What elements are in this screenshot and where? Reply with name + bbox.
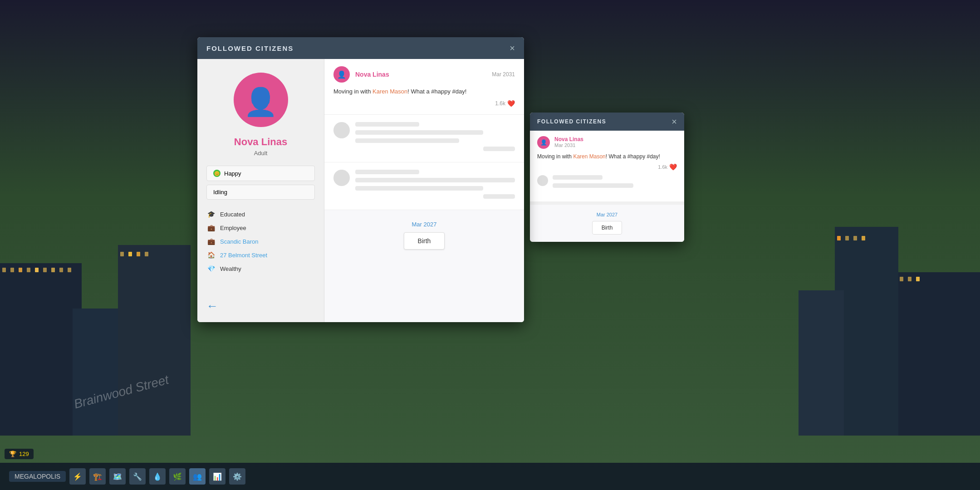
feed-poster-name: Nova Linas <box>355 71 389 78</box>
taskbar-icon-7[interactable]: 👥 <box>189 468 206 485</box>
secondary-poster-name: Nova Linas <box>554 136 583 142</box>
taskbar-icon-8[interactable]: 📊 <box>209 468 225 485</box>
educated-label: Educated <box>220 211 245 218</box>
modal-close-button[interactable]: × <box>510 44 515 53</box>
loading-avatar-1 <box>333 122 350 138</box>
feed-post-main: 👤 Nova Linas Mar 2031 Moving in with Kar… <box>324 59 524 115</box>
secondary-modal-body: 👤 Nova Linas Mar 2031 Moving in with Kar… <box>530 131 684 201</box>
home-icon: 🏠 <box>206 250 216 260</box>
feed-panel[interactable]: 👤 Nova Linas Mar 2031 Moving in with Kar… <box>324 59 524 322</box>
city-label: MEGALOPOLIS <box>15 473 60 480</box>
taskbar: MEGALOPOLIS ⚡ 🏗️ 🗺️ 🔧 💧 🌿 👥 📊 ⚙️ <box>0 463 980 490</box>
feed-likes: 1.6k ❤️ <box>333 100 515 107</box>
loading-line <box>355 178 515 182</box>
score-badge: 🏆 129 <box>5 449 34 459</box>
loading-line <box>553 183 633 188</box>
feed-loading-1 <box>324 115 524 162</box>
loading-line <box>483 194 515 199</box>
score-icon: 🏆 <box>9 451 16 457</box>
trait-employer[interactable]: 💼 Scandic Baron <box>206 237 315 246</box>
secondary-birth-event: Mar 2027 Birth <box>530 204 684 242</box>
main-modal: FOLLOWED CITIZENS × 👤 Nova Linas Adult 😊… <box>197 37 524 322</box>
citizen-panel: 👤 Nova Linas Adult 😊 Happy Idling 🎓 Educ… <box>197 59 324 322</box>
secondary-avatar: 👤 <box>537 136 550 149</box>
loading-line <box>483 147 515 151</box>
citizen-status: Adult <box>254 150 268 157</box>
trait-educated: 🎓 Educated <box>206 210 315 219</box>
likes-count: 1.6k <box>495 100 505 107</box>
secondary-text-before: Moving in with <box>537 153 573 160</box>
taskbar-icon-2[interactable]: 🏗️ <box>89 468 106 485</box>
secondary-modal-title: FOLLOWED CITIZENS <box>537 118 606 125</box>
loading-line <box>355 122 419 127</box>
loading-lines-1 <box>355 122 515 155</box>
secondary-modal-close[interactable]: × <box>671 117 677 126</box>
feed-text-before: Moving in with <box>333 88 372 95</box>
trait-employee: 💼 Employee <box>206 223 315 232</box>
employee-label: Employee <box>220 225 246 231</box>
secondary-loading-avatar <box>537 175 548 186</box>
home-label: 27 Belmont Street <box>220 252 267 259</box>
secondary-post-meta: Nova Linas Mar 2031 <box>554 136 583 149</box>
back-button[interactable]: ← <box>206 299 218 313</box>
secondary-modal: FOLLOWED CITIZENS × 👤 Nova Linas Mar 203… <box>530 113 684 242</box>
taskbar-icon-3[interactable]: 🗺️ <box>109 468 126 485</box>
feed-date: Mar 2031 <box>492 71 515 78</box>
wealthy-label: Wealthy <box>220 265 241 272</box>
secondary-loading-lines <box>553 175 677 191</box>
secondary-loading <box>537 171 677 196</box>
loading-line <box>355 130 483 135</box>
loading-line <box>355 170 419 174</box>
modal-header: FOLLOWED CITIZENS × <box>197 37 524 59</box>
feed-mention[interactable]: Karen Mason <box>372 88 407 95</box>
wealthy-icon: 💎 <box>206 264 216 273</box>
taskbar-icon-4[interactable]: 🔧 <box>129 468 146 485</box>
mood-button[interactable]: 😊 Happy <box>206 166 315 181</box>
taskbar-icon-1[interactable]: ⚡ <box>69 468 86 485</box>
secondary-birth-date: Mar 2027 <box>537 212 677 217</box>
birth-badge: Birth <box>404 232 445 250</box>
citizen-avatar: 👤 <box>234 73 288 127</box>
feed-post-header: 👤 Nova Linas Mar 2031 <box>333 66 515 83</box>
feed-avatar: 👤 <box>333 66 350 83</box>
trait-home[interactable]: 🏠 27 Belmont Street <box>206 250 315 260</box>
feed-post-meta: Nova Linas Mar 2031 <box>355 71 515 78</box>
modal-body: 👤 Nova Linas Adult 😊 Happy Idling 🎓 Educ… <box>197 59 524 322</box>
secondary-text-after: ! What a #happy #day! <box>606 153 660 160</box>
taskbar-city: MEGALOPOLIS <box>9 471 66 482</box>
employee-icon: 💼 <box>206 223 216 232</box>
secondary-post-date: Mar 2031 <box>554 142 583 148</box>
secondary-heart-icon: ❤️ <box>669 163 677 171</box>
secondary-likes-count: 1.6k <box>658 164 667 170</box>
loading-line <box>355 186 483 191</box>
secondary-mention[interactable]: Karen Mason <box>573 153 605 160</box>
secondary-modal-header: FOLLOWED CITIZENS × <box>530 113 684 131</box>
loading-avatar-2 <box>333 170 350 186</box>
educated-icon: 🎓 <box>206 210 216 219</box>
feed-text-after: ! What a #happy #day! <box>407 88 466 95</box>
secondary-likes: 1.6k ❤️ <box>537 163 677 171</box>
taskbar-icon-6[interactable]: 🌿 <box>169 468 186 485</box>
mood-label: Happy <box>224 170 241 177</box>
birth-event: Mar 2027 Birth <box>324 210 524 260</box>
activity-label: Idling <box>213 189 227 196</box>
trait-wealthy: 💎 Wealthy <box>206 264 315 273</box>
taskbar-icon-5[interactable]: 💧 <box>149 468 166 485</box>
loading-line <box>553 175 603 180</box>
secondary-post-text: Moving in with Karen Mason! What a #happ… <box>537 152 677 161</box>
feed-loading-2 <box>324 162 524 210</box>
modal-title: FOLLOWED CITIZENS <box>206 44 294 52</box>
traits-list: 🎓 Educated 💼 Employee 💼 Scandic Baron 🏠 … <box>206 210 315 273</box>
employer-icon: 💼 <box>206 237 216 246</box>
activity-button[interactable]: Idling <box>206 185 315 200</box>
employer-label: Scandic Baron <box>220 238 259 245</box>
loading-line <box>355 138 459 143</box>
score-value: 129 <box>19 451 29 457</box>
secondary-birth-badge: Birth <box>592 221 622 235</box>
loading-lines-2 <box>355 170 515 202</box>
secondary-post-header: 👤 Nova Linas Mar 2031 <box>537 136 677 149</box>
heart-icon: ❤️ <box>507 100 515 107</box>
mood-icon: 😊 <box>213 170 220 177</box>
taskbar-icon-9[interactable]: ⚙️ <box>229 468 245 485</box>
birth-date: Mar 2027 <box>335 221 513 228</box>
